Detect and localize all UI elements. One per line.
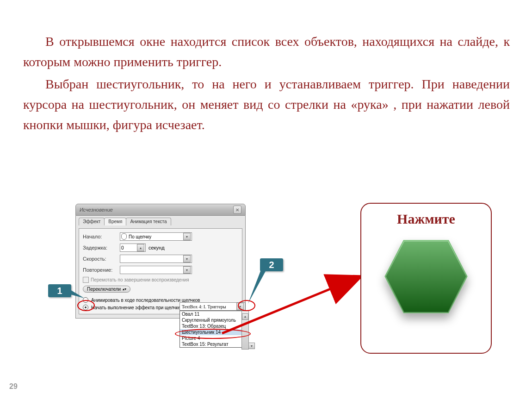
svg-marker-1 <box>248 268 266 304</box>
switchers-label: Переключатели <box>87 287 121 292</box>
label-speed: Скорость: <box>83 256 120 262</box>
combo-trigger-value: TextBox 4: I. Триггеры <box>182 304 226 309</box>
dropdown-item-textbox15[interactable]: TextBox 15: Результат <box>180 341 242 347</box>
mouse-icon <box>121 233 127 240</box>
red-highlight-radio <box>77 300 95 311</box>
scroll-up-icon[interactable]: ▴ <box>242 313 248 320</box>
dropdown-item-roundrect[interactable]: Скругленный прямоуголь <box>180 317 242 323</box>
combo-speed[interactable]: ▾ <box>120 255 192 263</box>
svg-marker-0 <box>70 290 84 298</box>
chevron-down-icon[interactable]: ▾ <box>183 233 191 240</box>
body-text: В открывшемся окне находится список всех… <box>23 31 510 137</box>
double-caret-icon: ▴▾ <box>123 287 126 291</box>
checkbox-icon[interactable] <box>83 277 89 283</box>
tab-effect[interactable]: Эффект <box>79 218 105 225</box>
spin-delay-value: 0 <box>121 245 124 250</box>
label-start: Начало: <box>83 234 120 239</box>
tab-time[interactable]: Время <box>104 218 126 225</box>
close-icon[interactable]: ✕ <box>233 206 241 214</box>
radio-label-sequence: Анимировать в ходе последовательности ще… <box>91 298 200 303</box>
combo-start[interactable]: По щелчку ▾ <box>120 232 192 241</box>
trigger-target-title: Нажмите <box>361 211 491 227</box>
radio-label-trigger: Начать выполнение эффекта при щелчке <box>91 305 180 310</box>
chevron-down-icon[interactable]: ▾ <box>183 255 191 262</box>
dialog-tabs: Эффект Время Анимация текста <box>79 218 242 225</box>
checkbox-rewind-row[interactable]: Перемотать по завершении воспроизведения <box>83 277 238 283</box>
combo-start-value: По щелчку <box>129 234 151 239</box>
callout-2-label: 2 <box>269 260 274 270</box>
switchers-button[interactable]: Переключатели ▴▾ <box>83 286 130 293</box>
red-highlight-dropdown-arrow <box>238 300 255 311</box>
chevron-down-icon[interactable]: ▾ <box>183 266 191 274</box>
combo-repeat[interactable]: ▾ <box>120 266 192 274</box>
label-rewind: Перемотать по завершении воспроизведения <box>91 277 189 282</box>
dropdown-scrollbar[interactable]: ▴ ▾ <box>241 311 249 350</box>
dialog-inner: Начало: По щелчку ▾ Задержка: 0 ▴ секунд <box>79 228 242 314</box>
callout-1-label: 1 <box>57 286 62 296</box>
paragraph-1: В открывшемся окне находится список всех… <box>23 31 510 72</box>
dialog-title: Исчезновение <box>80 207 113 212</box>
dropdown-item-oval[interactable]: Овал 11 <box>180 311 242 317</box>
label-seconds: секунд <box>148 245 165 250</box>
label-repeat: Повторение: <box>83 267 120 273</box>
label-delay: Задержка: <box>83 245 120 250</box>
paragraph-2: Выбран шестиугольник, то на него и устан… <box>23 74 510 135</box>
scroll-down-icon[interactable]: ▾ <box>248 343 255 349</box>
spin-delay[interactable]: 0 ▴ <box>120 244 146 252</box>
dialog-titlebar[interactable]: Исчезновение ✕ <box>75 204 246 216</box>
spinner-icon[interactable]: ▴ <box>137 244 144 251</box>
effect-dialog: Исчезновение ✕ Эффект Время Анимация тек… <box>75 204 246 319</box>
page-number: 29 <box>9 382 18 391</box>
combo-trigger[interactable]: TextBox 4: I. Триггеры ▾ <box>179 302 245 311</box>
trigger-target-panel: Нажмите <box>360 203 492 354</box>
callout-2: 2 <box>260 258 283 271</box>
callout-1: 1 <box>48 284 71 297</box>
tab-anim-text[interactable]: Анимация текста <box>126 218 171 225</box>
red-highlight-hexagon-item <box>175 329 251 339</box>
hexagon-shape[interactable] <box>382 236 470 317</box>
